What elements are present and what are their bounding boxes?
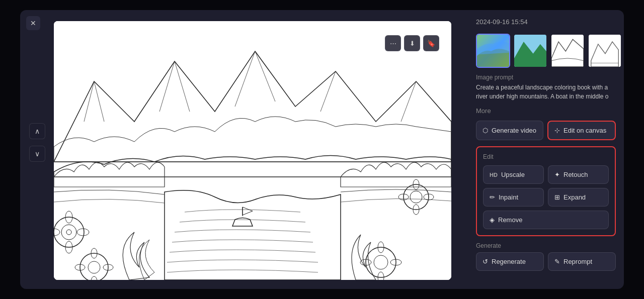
inpaint-button[interactable]: ✏ Inpaint (483, 188, 544, 207)
modal: ✕ ∧ ∨ (20, 10, 624, 289)
video-icon: ⬡ (482, 127, 488, 134)
sidebar: 2024-09-16 15:54 (468, 10, 624, 289)
edit-section-label: Edit (483, 153, 609, 160)
download-icon: ⬇ (410, 40, 415, 47)
thumbnail-1[interactable] (476, 34, 510, 68)
svg-rect-39 (551, 35, 584, 67)
svg-rect-41 (589, 35, 621, 67)
reprompt-icon: ✎ (554, 258, 560, 265)
hd-icon: HD (490, 172, 498, 178)
remove-label: Remove (498, 216, 522, 224)
bookmark-icon: 🔖 (427, 40, 435, 47)
more-options-button[interactable]: ⋯ (385, 35, 401, 51)
expand-icon: ⊞ (554, 193, 560, 201)
more-icon: ⋯ (390, 40, 396, 47)
edit-on-canvas-label: Edit on canvas (564, 127, 606, 134)
edit-on-canvas-button[interactable]: ⊹ Edit on canvas (547, 121, 616, 140)
upscale-label: Upscale (501, 171, 525, 178)
regenerate-label: Regenerate (492, 258, 526, 265)
generate-video-button[interactable]: ⬡ Generate video (476, 121, 543, 140)
image-prompt-label: Image prompt (476, 74, 616, 81)
nav-up-button[interactable]: ∧ (29, 123, 45, 139)
canvas-icon: ⊹ (554, 127, 560, 134)
thumbnail-4[interactable] (588, 34, 622, 68)
prompt-section: Image prompt Create a peaceful landscape… (476, 74, 616, 101)
download-button[interactable]: ⬇ (404, 35, 420, 51)
remove-icon: ◈ (490, 216, 495, 224)
inpaint-icon: ✏ (490, 193, 495, 201)
retouch-label: Retouch (564, 171, 588, 178)
thumbnail-2[interactable] (513, 34, 547, 68)
nav-down-button[interactable]: ∨ (29, 146, 45, 162)
expand-button[interactable]: ⊞ Expand (548, 188, 609, 207)
upscale-button[interactable]: HD Upscale (483, 165, 544, 184)
reprompt-label: Reprompt (564, 258, 592, 265)
image-actions: ⋯ ⬇ 🔖 (385, 35, 439, 51)
bookmark-button[interactable]: 🔖 (423, 35, 439, 51)
generate-section-label: Generate (476, 242, 616, 249)
more-label: More (476, 107, 616, 115)
chevron-down-icon: ∨ (35, 150, 40, 158)
edit-section: Edit HD Upscale ✦ Retouch ✏ Inpaint (476, 146, 616, 236)
retouch-icon: ✦ (554, 171, 560, 178)
timestamp: 2024-09-16 15:54 (476, 18, 616, 26)
image-section: ∧ ∨ (20, 10, 468, 289)
chevron-up-icon: ∧ (35, 127, 40, 135)
overlay: ✕ ∧ ∨ (0, 0, 644, 299)
regenerate-button[interactable]: ↺ Regenerate (476, 252, 544, 271)
edit-grid: HD Upscale ✦ Retouch ✏ Inpaint ⊞ Expand (483, 165, 609, 229)
inpaint-label: Inpaint (499, 193, 518, 201)
more-actions-row: ⬡ Generate video ⊹ Edit on canvas (476, 121, 616, 140)
regenerate-icon: ↺ (482, 258, 488, 265)
generate-video-label: Generate video (492, 127, 536, 134)
generate-row: ↺ Regenerate ✎ Reprompt (476, 252, 616, 271)
main-image: ⋯ ⬇ 🔖 (54, 21, 451, 280)
remove-button[interactable]: ◈ Remove (483, 211, 609, 229)
thumbnail-3[interactable] (550, 34, 585, 68)
reprompt-button[interactable]: ✎ Reprompt (548, 252, 616, 271)
thumbnail-strip (476, 34, 616, 68)
svg-rect-0 (54, 21, 451, 280)
prompt-text: Create a peaceful landscape coloring boo… (476, 83, 616, 101)
close-button[interactable]: ✕ (26, 16, 40, 30)
expand-label: Expand (564, 193, 586, 201)
generate-section: Generate ↺ Regenerate ✎ Reprompt (476, 242, 616, 271)
retouch-button[interactable]: ✦ Retouch (548, 165, 609, 184)
